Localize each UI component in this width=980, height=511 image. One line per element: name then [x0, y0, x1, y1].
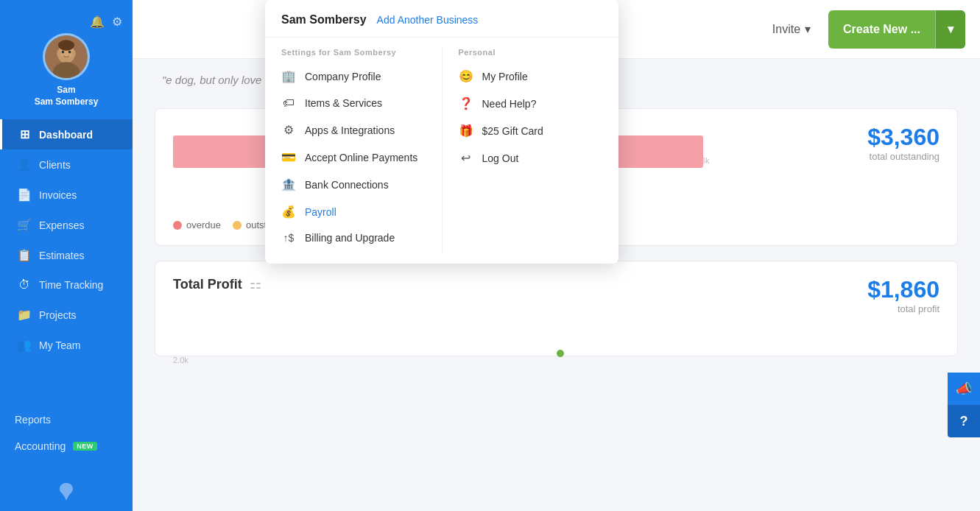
sidebar-item-my-team[interactable]: 👥 My Team: [0, 330, 133, 360]
megaphone-button[interactable]: 📣: [948, 373, 980, 405]
my-team-icon: 👥: [17, 338, 32, 352]
profit-chart-dot: [557, 350, 564, 357]
sidebar-item-label: Dashboard: [39, 129, 93, 141]
apps-integrations-label: Apps & Integrations: [305, 124, 395, 136]
profit-label: total profit: [867, 303, 940, 314]
legend-overdue: overdue: [173, 219, 221, 230]
gift-card-icon: 🎁: [459, 124, 473, 138]
invite-button[interactable]: Invite ▾: [764, 16, 819, 42]
sidebar-item-label: Estimates: [39, 250, 84, 261]
my-profile-icon: 😊: [459, 69, 473, 83]
profit-value: $1,860: [867, 276, 940, 303]
sidebar-item-dashboard[interactable]: ⊞ Dashboard: [0, 119, 133, 149]
sidebar-leaf-logo: [54, 468, 78, 511]
need-help-icon: ❓: [459, 96, 473, 110]
sidebar-item-label: Expenses: [39, 219, 84, 231]
sidebar-user-name: Sam Sam Sombersy: [35, 85, 99, 108]
dropdown-item-payroll[interactable]: 💰 Payroll: [265, 198, 442, 225]
dropdown-item-accept-payments[interactable]: 💳 Accept Online Payments: [265, 144, 442, 171]
dropdown-body: Settings for Sam Sombersy 🏢 Company Prof…: [265, 38, 618, 264]
sidebar-item-estimates[interactable]: 📋 Estimates: [0, 240, 133, 270]
overdue-dot: [173, 221, 182, 230]
profit-amount: $1,860 total profit: [867, 276, 940, 314]
sidebar-item-invoices[interactable]: 📄 Invoices: [0, 180, 133, 210]
reports-label: Reports: [15, 414, 51, 426]
svg-point-5: [68, 51, 71, 54]
settings-icon[interactable]: ⚙: [112, 15, 122, 29]
megaphone-icon: 📣: [956, 381, 972, 397]
avatar[interactable]: [43, 33, 90, 80]
outstanding-label: total outstanding: [867, 151, 940, 162]
float-right-buttons: 📣 ?: [948, 373, 980, 437]
settings-section-label: Settings for Sam Sombersy: [265, 48, 442, 63]
items-services-label: Items & Services: [305, 97, 382, 109]
dropdown-item-my-profile[interactable]: 😊 My Profile: [443, 63, 619, 90]
estimates-icon: 📋: [17, 248, 32, 262]
billing-upgrade-icon: ↑$: [281, 232, 296, 244]
sidebar-item-clients[interactable]: 👤 Clients: [0, 149, 133, 180]
profit-filter-icon[interactable]: ⚏: [250, 276, 261, 292]
dropdown-item-billing-upgrade[interactable]: ↑$ Billing and Upgrade: [265, 225, 442, 250]
dropdown-header: Sam Sombersy Add Another Business: [265, 0, 618, 38]
dropdown-item-log-out[interactable]: ↩ Log Out: [443, 144, 619, 172]
invite-label: Invite: [772, 23, 800, 36]
invoices-icon: 📄: [17, 188, 32, 202]
create-new-arrow-icon[interactable]: ▾: [936, 10, 965, 49]
my-profile-label: My Profile: [482, 71, 528, 82]
payroll-label: Payroll: [305, 206, 336, 218]
accept-payments-label: Accept Online Payments: [305, 152, 417, 163]
overdue-label: overdue: [186, 219, 221, 230]
sidebar-item-label: Invoices: [39, 189, 77, 201]
company-profile-icon: 🏢: [281, 69, 296, 83]
dropdown-item-gift-card[interactable]: 🎁 $25 Gift Card: [443, 117, 619, 144]
create-new-label: Create New ...: [828, 10, 936, 49]
dropdown-item-bank-connections[interactable]: 🏦 Bank Connections: [265, 171, 442, 198]
profit-axis-label: 2.0k: [173, 356, 188, 364]
dropdown-menu[interactable]: Sam Sombersy Add Another Business Settin…: [265, 0, 618, 264]
dashboard-icon: ⊞: [17, 127, 32, 141]
main-area: Invite ▾ Create New ... ▾ "e dog, but on…: [133, 0, 980, 511]
dropdown-item-need-help[interactable]: ❓ Need Help?: [443, 90, 619, 117]
profit-title: Total Profit: [173, 277, 242, 292]
help-button[interactable]: ?: [948, 405, 980, 437]
sidebar-item-projects[interactable]: 📁 Projects: [0, 300, 133, 330]
outstanding-dot: [233, 221, 242, 230]
dropdown-personal-col: Personal 😊 My Profile ❓ Need Help? 🎁 $25…: [443, 38, 619, 264]
sidebar-item-time-tracking[interactable]: ⏱ Time Tracking: [0, 270, 133, 300]
create-new-button[interactable]: Create New ... ▾: [828, 10, 965, 49]
need-help-label: Need Help?: [482, 98, 537, 110]
accounting-badge: NEW: [73, 442, 97, 451]
bank-connections-icon: 🏦: [281, 177, 296, 191]
gift-card-label: $25 Gift Card: [482, 125, 543, 137]
invite-chevron-icon: ▾: [805, 22, 811, 36]
notifications-icon[interactable]: 🔔: [90, 15, 105, 29]
bank-connections-label: Bank Connections: [305, 179, 389, 191]
svg-point-9: [71, 50, 75, 57]
svg-point-4: [62, 51, 65, 54]
add-another-business-link[interactable]: Add Another Business: [377, 14, 479, 26]
personal-section-label: Personal: [443, 48, 619, 63]
log-out-label: Log Out: [482, 152, 519, 164]
outstanding-amount: $3,360 total outstanding: [867, 124, 940, 162]
company-profile-label: Company Profile: [305, 71, 381, 82]
accept-payments-icon: 💳: [281, 150, 296, 164]
sidebar-item-expenses[interactable]: 🛒 Expenses: [0, 210, 133, 240]
dropdown-item-apps-integrations[interactable]: ⚙ Apps & Integrations: [265, 116, 442, 144]
svg-point-8: [57, 50, 60, 57]
sidebar: 🔔 ⚙ Sam Sam Sombersy ⊞: [0, 0, 133, 511]
items-services-icon: 🏷: [281, 96, 296, 110]
sidebar-top: 🔔 ⚙ Sam Sam Sombersy: [0, 7, 133, 119]
sidebar-item-label: Time Tracking: [39, 279, 103, 291]
dropdown-item-company-profile[interactable]: 🏢 Company Profile: [265, 63, 442, 90]
sidebar-nav: ⊞ Dashboard 👤 Clients 📄 Invoices 🛒 Expen…: [0, 119, 133, 388]
payroll-icon: 💰: [281, 205, 296, 219]
sidebar-item-label: Clients: [39, 159, 71, 171]
sidebar-item-reports[interactable]: Reports: [0, 406, 133, 433]
sidebar-item-accounting[interactable]: Accounting NEW: [0, 433, 133, 459]
sidebar-item-label: My Team: [39, 339, 81, 351]
dropdown-settings-col: Settings for Sam Sombersy 🏢 Company Prof…: [265, 38, 442, 264]
accounting-label: Accounting: [15, 440, 66, 452]
dropdown-item-items-services[interactable]: 🏷 Items & Services: [265, 90, 442, 116]
log-out-icon: ↩: [459, 151, 473, 165]
profit-card: Total Profit ⚏ $1,860 total profit 2.0k: [155, 261, 958, 356]
